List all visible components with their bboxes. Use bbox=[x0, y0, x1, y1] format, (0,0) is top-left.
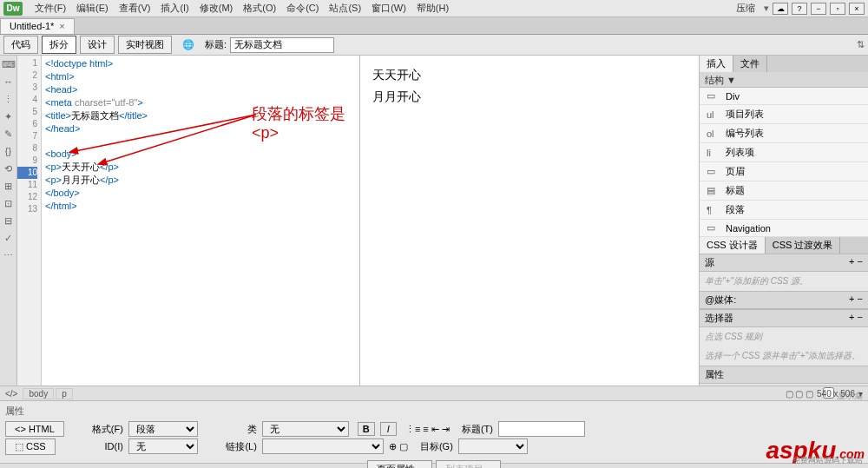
title-field[interactable] bbox=[498, 421, 585, 437]
code-editor[interactable]: 123 456 789 1011 1213 <!doctype html> <h… bbox=[17, 56, 360, 386]
menu-modify[interactable]: 修改(M) bbox=[194, 0, 239, 16]
tool-icon[interactable]: ⊟ bbox=[2, 214, 16, 227]
watermark-sub: 免费网站源码下载站 bbox=[792, 455, 863, 466]
page-props-button[interactable]: 页面属性... bbox=[367, 460, 432, 468]
split-view-button[interactable]: 拆分 bbox=[42, 36, 76, 54]
html-mode-button[interactable]: <> HTML bbox=[5, 421, 64, 437]
tool-icon[interactable]: ↔ bbox=[2, 75, 16, 89]
tool-icon[interactable]: ⌨ bbox=[2, 57, 16, 71]
device-icons[interactable]: ▢ ▢ ▢ bbox=[786, 389, 814, 399]
list-item-button[interactable]: 列表项目... bbox=[436, 460, 501, 468]
design-view-button[interactable]: 设计 bbox=[80, 36, 115, 54]
menu-view[interactable]: 查看(V) bbox=[114, 0, 156, 16]
add-source-button[interactable]: + − bbox=[849, 256, 863, 269]
menu-edit[interactable]: 编辑(E) bbox=[71, 0, 114, 16]
structure-dropdown[interactable]: 结构 ▼ bbox=[700, 72, 868, 88]
css-designer-tab[interactable]: CSS 设计器 bbox=[700, 237, 766, 254]
insert-ul[interactable]: ul项目列表 bbox=[700, 105, 868, 124]
css-source-label: 源 bbox=[705, 256, 714, 269]
title-label: 标题: bbox=[205, 38, 227, 51]
menu-insert[interactable]: 插入(I) bbox=[155, 0, 194, 16]
target-select[interactable] bbox=[458, 438, 528, 454]
insert-list: ▭Div ul项目列表 ol编号列表 li列表项 ▭页眉 ▤标题 ¶段落 ▭Na… bbox=[700, 88, 868, 237]
italic-button[interactable]: I bbox=[380, 422, 397, 436]
bold-button[interactable]: B bbox=[358, 422, 375, 436]
title-input[interactable] bbox=[230, 37, 334, 53]
sync-icon[interactable]: ☁ bbox=[773, 3, 788, 15]
menu-help[interactable]: 帮助(H) bbox=[411, 0, 454, 16]
maximize-button[interactable]: ▫ bbox=[830, 3, 845, 15]
code-view-button[interactable]: 代码 bbox=[3, 36, 38, 54]
menu-site[interactable]: 站点(S) bbox=[324, 0, 366, 16]
preview-p2: 月月开心 bbox=[372, 86, 687, 108]
menu-command[interactable]: 命令(C) bbox=[281, 0, 324, 16]
minimize-button[interactable]: − bbox=[811, 3, 826, 15]
css-props-label: 属性 bbox=[705, 368, 724, 381]
menu-format[interactable]: 格式(O) bbox=[238, 0, 281, 16]
css-transition-tab[interactable]: CSS 过渡效果 bbox=[766, 237, 841, 254]
viewport-size: 540 x 506 bbox=[817, 389, 855, 399]
tool-icon[interactable]: ⟲ bbox=[2, 161, 16, 175]
view-toolbar: 代码 拆分 设计 实时视图 🌐 标题: ⇅ bbox=[0, 35, 868, 56]
document-tabs: Untitled-1* × bbox=[0, 17, 868, 35]
compact-dropdown[interactable]: 压缩 bbox=[731, 0, 760, 16]
menu-window[interactable]: 窗口(W) bbox=[366, 0, 411, 16]
format-select[interactable]: 段落 bbox=[128, 421, 198, 437]
insert-paragraph[interactable]: ¶段落 bbox=[700, 201, 868, 220]
tool-icon[interactable]: ✎ bbox=[2, 127, 16, 141]
menu-file[interactable]: 文件(F) bbox=[30, 0, 71, 16]
css-mode-button[interactable]: ⬚ CSS bbox=[5, 438, 56, 455]
tool-icon[interactable]: ⋯ bbox=[2, 248, 16, 262]
list-buttons[interactable]: ⋮≡ ≡ ⇤ ⇥ bbox=[405, 424, 450, 435]
css-selector-hint2: 选择一个 CSS 源并单击"+"添加选择器。 bbox=[700, 346, 868, 366]
tool-icon[interactable]: ⊡ bbox=[2, 196, 16, 210]
close-button[interactable]: × bbox=[849, 3, 865, 15]
insert-li[interactable]: li列表项 bbox=[700, 143, 868, 162]
bc-body[interactable]: body bbox=[23, 388, 54, 399]
help-icon[interactable]: ? bbox=[792, 3, 807, 15]
insert-div[interactable]: ▭Div bbox=[700, 88, 868, 105]
class-select[interactable]: 无 bbox=[262, 421, 349, 437]
css-media-label: @媒体: bbox=[705, 293, 736, 307]
insert-ol[interactable]: ol编号列表 bbox=[700, 124, 868, 143]
add-selector-button[interactable]: + − bbox=[849, 312, 863, 325]
document-tab[interactable]: Untitled-1* × bbox=[0, 18, 75, 34]
app-logo: Dw bbox=[3, 2, 23, 16]
more-icon[interactable]: ⇅ bbox=[857, 39, 865, 50]
tool-icon[interactable]: ⊞ bbox=[2, 179, 16, 193]
insert-heading[interactable]: ▤标题 bbox=[700, 181, 868, 201]
css-selector-hint: 点选 CSS 规则 bbox=[700, 327, 868, 346]
bc-p[interactable]: p bbox=[56, 388, 73, 399]
preview-pane[interactable]: 天天开心 月月开心 bbox=[360, 56, 699, 386]
id-select[interactable]: 无 bbox=[128, 438, 198, 454]
left-icon-bar: ⌨ ↔ ⋮ ✦ ✎ {} ⟲ ⊞ ⊡ ⊟ ✓ ⋯ bbox=[0, 56, 17, 386]
live-view-button[interactable]: 实时视图 bbox=[118, 36, 172, 54]
properties-panel: 属性 <> HTML ⬚ CSS 格式(F)段落 ID(I)无 类无 B I ⋮… bbox=[0, 401, 868, 464]
link-browse-icon[interactable]: ⊕ ▢ bbox=[389, 441, 408, 452]
right-panel: 插入 文件 结构 ▼ ▭Div ul项目列表 ol编号列表 li列表项 ▭页眉 … bbox=[699, 56, 868, 386]
tool-icon[interactable]: ✦ bbox=[2, 109, 16, 123]
tool-icon[interactable]: ⋮ bbox=[2, 92, 16, 106]
file-tab[interactable]: 文件 bbox=[733, 56, 767, 72]
preview-p1: 天天开心 bbox=[372, 64, 687, 86]
line-gutter: 123 456 789 1011 1213 bbox=[17, 56, 42, 386]
css-selector-label: 选择器 bbox=[705, 312, 733, 325]
insert-header[interactable]: ▭页眉 bbox=[700, 162, 868, 181]
add-media-button[interactable]: + − bbox=[849, 293, 863, 307]
tool-icon[interactable]: {} bbox=[2, 144, 16, 158]
document-tab-label: Untitled-1* bbox=[10, 21, 54, 31]
tool-icon[interactable]: ✓ bbox=[2, 231, 16, 245]
insert-nav[interactable]: ▭Navigation bbox=[700, 220, 868, 237]
menubar: Dw 文件(F) 编辑(E) 查看(V) 插入(I) 修改(M) 格式(O) 命… bbox=[0, 0, 868, 17]
insert-tab[interactable]: 插入 bbox=[700, 56, 733, 72]
css-source-hint: 单击"+"添加新的 CSS 源。 bbox=[700, 272, 868, 291]
annotation-text: 段落的标签是<p> bbox=[252, 103, 359, 142]
close-tab-icon[interactable]: × bbox=[59, 21, 64, 31]
link-select[interactable] bbox=[262, 438, 384, 454]
